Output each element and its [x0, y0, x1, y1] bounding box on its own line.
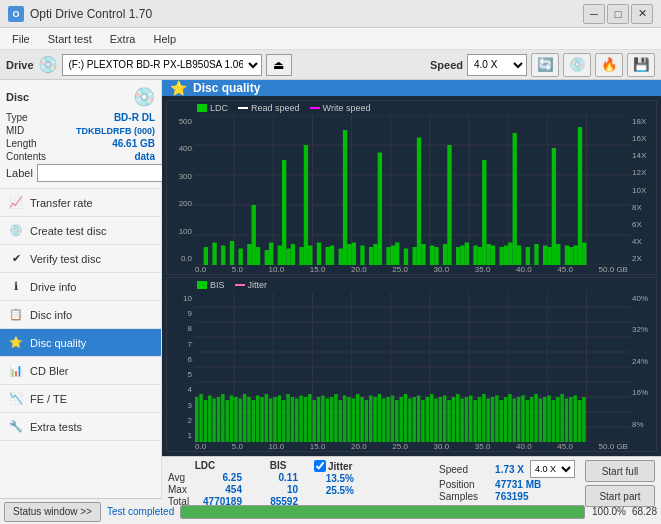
svg-rect-59 [478, 247, 482, 265]
menu-extra[interactable]: Extra [102, 31, 144, 47]
svg-rect-63 [500, 247, 504, 265]
maximize-button[interactable]: □ [607, 4, 629, 24]
disc-info-label: Disc info [30, 309, 72, 321]
drive-combo: Drive 💿 (F:) PLEXTOR BD-R PX-LB950SA 1.0… [6, 54, 426, 76]
svg-rect-104 [217, 397, 220, 442]
svg-rect-46 [395, 243, 399, 266]
speed-position-col: Speed 1.73 X 4.0 X Position 47731 MB Sam… [439, 460, 575, 502]
titlebar-left: O Opti Drive Control 1.70 [8, 6, 152, 22]
position-value: 47731 MB [495, 479, 541, 490]
sidebar-item-create-test-disc[interactable]: 💿 Create test disc [0, 217, 161, 245]
svg-rect-183 [560, 394, 563, 442]
position-row: Position 47731 MB [439, 479, 575, 490]
menu-start-test[interactable]: Start test [40, 31, 100, 47]
svg-rect-37 [343, 130, 347, 265]
progress-percent: 100.0% [591, 506, 626, 517]
svg-rect-16 [204, 247, 208, 265]
svg-rect-75 [569, 247, 573, 265]
bis-avg-row: 0.11 [258, 472, 298, 483]
sidebar-item-transfer-rate[interactable]: 📈 Transfer rate [0, 189, 161, 217]
svg-rect-156 [443, 396, 446, 443]
fe-te-icon: 📉 [8, 391, 24, 407]
drive-label: Drive [6, 59, 34, 71]
svg-rect-20 [239, 249, 243, 266]
disc-quality-label: Disc quality [30, 337, 86, 349]
svg-rect-132 [339, 400, 342, 442]
status-window-button[interactable]: Status window >> [4, 502, 101, 522]
start-full-button[interactable]: Start full [585, 460, 655, 482]
type-value: BD-R DL [114, 112, 155, 123]
svg-rect-128 [321, 396, 324, 443]
svg-rect-147 [404, 394, 407, 442]
ldc-legend-label: LDC [210, 103, 228, 113]
eject-button[interactable]: ⏏ [266, 54, 292, 76]
drive-icon: 💿 [38, 55, 58, 74]
bis-max-row: 10 [258, 484, 298, 495]
titlebar: O Opti Drive Control 1.70 ─ □ ✕ [0, 0, 661, 28]
svg-rect-50 [421, 244, 425, 265]
sidebar-item-fe-te[interactable]: 📉 FE / TE [0, 385, 161, 413]
cd-bler-icon: 📊 [8, 363, 24, 379]
create-test-disc-label: Create test disc [30, 225, 106, 237]
svg-rect-167 [491, 397, 494, 442]
ldc-header: LDC [168, 460, 242, 471]
sidebar-item-cd-bler[interactable]: 📊 CD Bler [0, 357, 161, 385]
svg-rect-121 [291, 397, 294, 442]
sidebar-item-extra-tests[interactable]: 🔧 Extra tests [0, 413, 161, 441]
refresh-button[interactable]: 🔄 [531, 53, 559, 77]
write-speed-legend-color [310, 107, 320, 109]
svg-rect-106 [225, 400, 228, 442]
sidebar-item-disc-quality[interactable]: ⭐ Disc quality [0, 329, 161, 357]
top-chart-wrapper: 500 400 300 200 100 0.0 [167, 115, 656, 265]
charts-container: LDC Read speed Write speed 500 [162, 96, 661, 456]
svg-rect-19 [230, 241, 234, 265]
close-button[interactable]: ✕ [631, 4, 653, 24]
svg-rect-144 [391, 396, 394, 443]
speed-select[interactable]: 4.0 X [467, 54, 527, 76]
svg-rect-146 [399, 397, 402, 442]
svg-rect-73 [556, 244, 560, 265]
svg-rect-187 [578, 400, 581, 442]
svg-rect-100 [199, 394, 202, 442]
jitter-checkbox[interactable] [314, 460, 326, 472]
disc-mid-row: MID TDKBLDRFB (000) [6, 125, 155, 136]
top-x-axis: 0.0 5.0 10.0 15.0 20.0 25.0 30.0 35.0 40… [167, 265, 656, 274]
svg-rect-188 [582, 397, 585, 442]
read-speed-legend: Read speed [238, 103, 300, 113]
sidebar-item-disc-info[interactable]: 📋 Disc info [0, 301, 161, 329]
svg-rect-118 [278, 396, 281, 443]
speed-stat-select[interactable]: 4.0 X [530, 460, 575, 478]
minimize-button[interactable]: ─ [583, 4, 605, 24]
verify-test-disc-icon: ✔ [8, 251, 24, 267]
svg-rect-78 [582, 243, 586, 266]
menu-help[interactable]: Help [145, 31, 184, 47]
sidebar-item-verify-test-disc[interactable]: ✔ Verify test disc [0, 245, 161, 273]
burn-button[interactable]: 🔥 [595, 53, 623, 77]
svg-rect-161 [465, 397, 468, 442]
svg-rect-22 [252, 205, 256, 265]
label-input[interactable] [37, 164, 170, 182]
svg-rect-105 [221, 394, 224, 442]
svg-rect-164 [478, 397, 481, 442]
svg-rect-71 [547, 247, 551, 265]
svg-rect-107 [230, 396, 233, 443]
svg-rect-17 [212, 243, 216, 266]
svg-rect-26 [278, 246, 282, 266]
sidebar-item-drive-info[interactable]: ℹ Drive info [0, 273, 161, 301]
disc-button[interactable]: 💿 [563, 53, 591, 77]
disc-quality-icon: ⭐ [8, 335, 24, 351]
svg-rect-157 [447, 400, 450, 442]
speed-stat-value: 1.73 X [495, 464, 524, 475]
svg-rect-149 [413, 397, 416, 442]
svg-rect-160 [460, 399, 463, 443]
contents-label: Contents [6, 151, 46, 162]
drive-select[interactable]: (F:) PLEXTOR BD-R PX-LB950SA 1.06 [62, 54, 262, 76]
menu-file[interactable]: File [4, 31, 38, 47]
svg-rect-60 [482, 160, 486, 265]
start-part-button[interactable]: Start part [585, 485, 655, 507]
svg-rect-61 [486, 244, 490, 265]
svg-rect-28 [286, 249, 290, 266]
save-button[interactable]: 💾 [627, 53, 655, 77]
write-speed-legend-label: Write speed [323, 103, 371, 113]
mid-value: TDKBLDRFB (000) [76, 126, 155, 136]
